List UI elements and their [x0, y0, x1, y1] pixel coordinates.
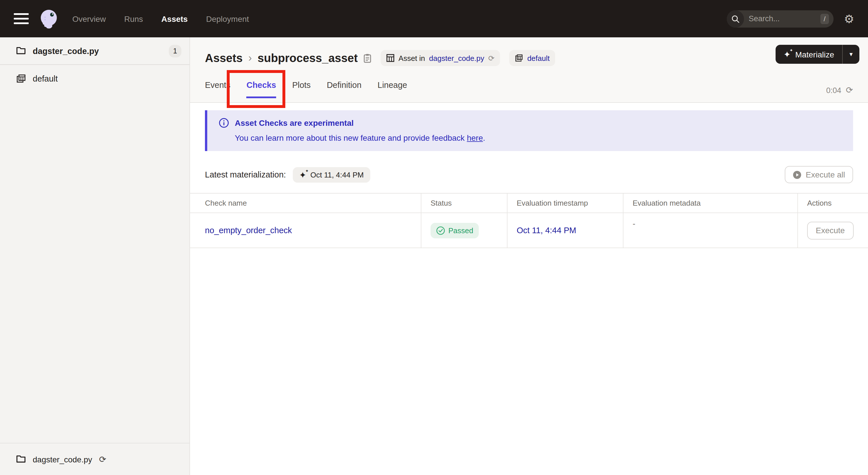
page-title: subprocess_asset: [257, 51, 358, 65]
asset-group-icon: [16, 74, 26, 83]
asset-header: Assets › subprocess_asset: [190, 37, 868, 103]
sparkle-icon: ✦: [299, 170, 306, 179]
nav-item-assets[interactable]: Assets: [161, 14, 188, 23]
banner-body-text: You can learn more about this new featur…: [235, 133, 467, 143]
tab-checks[interactable]: Checks: [247, 81, 276, 98]
copy-clipboard-icon[interactable]: [363, 53, 371, 63]
banner-body: You can learn more about this new featur…: [219, 133, 842, 143]
feedback-link[interactable]: here: [467, 133, 483, 143]
execute-all-label: Execute all: [806, 170, 845, 179]
hamburger-menu-icon[interactable]: [14, 13, 29, 24]
col-actions: Actions: [798, 194, 868, 212]
experimental-banner: Asset Checks are experimental You can le…: [205, 110, 853, 151]
table-row: no_empty_order_check Passed Oct 11, 4:44: [190, 213, 868, 248]
sparkle-icon: ✦: [783, 50, 790, 59]
refresh-icon[interactable]: ⟳: [846, 85, 853, 95]
chevron-right-icon: ›: [248, 52, 252, 64]
latest-materialization-pill[interactable]: ✦ Oct 11, 4:44 PM: [293, 167, 370, 182]
status-label: Passed: [448, 226, 473, 235]
evaluation-timestamp-link[interactable]: Oct 11, 4:44 PM: [517, 226, 576, 235]
content-area: Assets › subprocess_asset: [190, 37, 868, 475]
search-shortcut-badge: /: [820, 13, 829, 24]
primary-nav: Overview Runs Assets Deployment: [72, 14, 249, 23]
banner-title: Asset Checks are experimental: [235, 118, 353, 127]
latest-materialization-row: Latest materialization: ✦ Oct 11, 4:44 P…: [205, 166, 853, 183]
nav-item-deployment[interactable]: Deployment: [206, 14, 249, 23]
tab-lineage[interactable]: Lineage: [377, 81, 407, 98]
col-evaluation-metadata: Evaluation metadata: [623, 194, 798, 212]
settings-gear-icon[interactable]: ⚙: [844, 13, 854, 24]
asset-tabs: Events Checks Plots Definition Lineage: [205, 74, 853, 98]
banner-body-suffix: .: [483, 133, 485, 143]
sidebar-item-default-group[interactable]: default: [0, 65, 189, 92]
asset-count-badge: 1: [169, 44, 181, 57]
search-icon: [727, 10, 744, 27]
materialize-dropdown-button[interactable]: ▾: [842, 45, 859, 64]
folder-icon: [16, 47, 26, 55]
table-header-row: Check name Status Evaluation timestamp E…: [190, 194, 868, 213]
sidebar-footer-code-location[interactable]: dagster_code.py ⟳: [0, 443, 189, 475]
status-badge: Passed: [431, 222, 479, 238]
tag-text: Asset in: [398, 54, 425, 62]
nav-item-runs[interactable]: Runs: [124, 14, 143, 23]
app-window: Overview Runs Assets Deployment Search..…: [0, 0, 868, 475]
info-icon: [219, 118, 229, 128]
breadcrumb: Assets › subprocess_asset: [205, 37, 853, 74]
execute-button[interactable]: Execute: [807, 221, 854, 239]
check-name-link[interactable]: no_empty_order_check: [205, 226, 292, 235]
tab-plots[interactable]: Plots: [292, 81, 311, 98]
asset-sidebar: dagster_code.py 1 default: [0, 37, 190, 475]
sidebar-item-label: default: [33, 74, 58, 83]
group-link[interactable]: default: [527, 54, 550, 62]
tab-events[interactable]: Events: [205, 81, 230, 98]
sidebar-item-dagster-code[interactable]: dagster_code.py 1: [0, 37, 189, 65]
sidebar-item-label: dagster_code.py: [33, 46, 99, 55]
refresh-countdown: 0:04: [826, 86, 841, 94]
top-nav: Overview Runs Assets Deployment Search..…: [0, 0, 868, 37]
execute-all-button[interactable]: Execute all: [784, 166, 853, 183]
nav-item-overview[interactable]: Overview: [72, 14, 106, 23]
code-file-link[interactable]: dagster_code.py: [429, 54, 484, 62]
breadcrumb-assets-link[interactable]: Assets: [205, 51, 243, 65]
latest-materialization-label: Latest materialization:: [205, 170, 286, 179]
asset-group-icon: [515, 54, 523, 62]
materialize-label: Materialize: [795, 50, 834, 59]
dagster-logo-icon[interactable]: [38, 8, 60, 30]
check-circle-icon: [436, 226, 445, 235]
search-input[interactable]: Search... /: [727, 10, 834, 27]
materialize-split-button: ✦ Materialize ▾: [775, 45, 859, 64]
checks-table: Check name Status Evaluation timestamp E…: [190, 193, 868, 248]
search-placeholder: Search...: [749, 14, 820, 23]
reload-icon[interactable]: ⟳: [488, 54, 495, 62]
col-status: Status: [422, 194, 507, 212]
col-evaluation-timestamp: Evaluation timestamp: [507, 194, 623, 212]
code-location-label: dagster_code.py: [33, 455, 92, 464]
col-check-name: Check name: [190, 194, 422, 212]
materialize-button[interactable]: ✦ Materialize: [775, 45, 842, 64]
materialization-timestamp: Oct 11, 4:44 PM: [310, 170, 364, 179]
reload-icon[interactable]: ⟳: [99, 454, 106, 464]
asset-group-tag[interactable]: default: [509, 50, 555, 66]
evaluation-metadata-value: -: [623, 213, 798, 247]
tab-definition[interactable]: Definition: [327, 81, 361, 98]
play-circle-icon: [793, 170, 801, 179]
asset-definition-tag[interactable]: Asset in dagster_code.py ⟳: [381, 50, 500, 66]
table-grid-icon: [386, 54, 394, 62]
folder-icon: [16, 455, 26, 464]
